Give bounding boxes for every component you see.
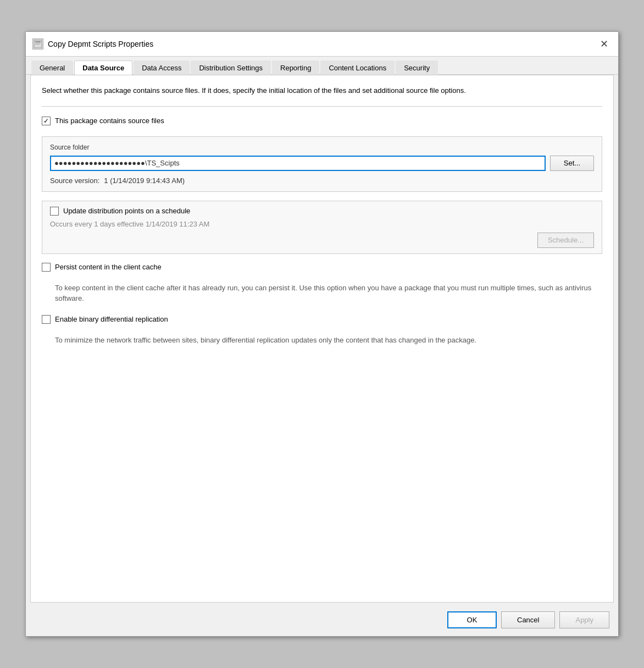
- tab-security[interactable]: Security: [396, 60, 438, 75]
- svg-rect-3: [35, 44, 40, 45]
- persist-cache-section: Persist content in the client cache To k…: [42, 263, 602, 304]
- source-folder-input[interactable]: [50, 156, 546, 171]
- dialog-title: Copy Depmt Scripts Properties: [48, 40, 153, 48]
- schedule-button-row: Schedule...: [50, 233, 594, 248]
- schedule-button[interactable]: Schedule...: [537, 233, 594, 248]
- schedule-section: Update distribution points on a schedule…: [42, 201, 602, 254]
- tab-reporting[interactable]: Reporting: [272, 60, 319, 75]
- tab-distribution-settings[interactable]: Distribution Settings: [191, 60, 271, 75]
- tabs-bar: General Data Source Data Access Distribu…: [26, 57, 618, 75]
- title-bar-left: Copy Depmt Scripts Properties: [32, 38, 153, 49]
- set-button[interactable]: Set...: [550, 156, 594, 171]
- binary-diff-checkbox[interactable]: [42, 315, 51, 324]
- source-version-row: Source version: 1 (1/14/2019 9:14:43 AM): [50, 176, 594, 185]
- close-button[interactable]: ✕: [596, 36, 612, 52]
- ok-button[interactable]: OK: [447, 611, 497, 628]
- tab-general[interactable]: General: [31, 60, 73, 75]
- source-folder-section: Source folder Set... Source version: 1 (…: [42, 136, 602, 192]
- binary-diff-section: Enable binary differential replication T…: [42, 315, 602, 346]
- tab-content-locations[interactable]: Content Locations: [320, 60, 395, 75]
- svg-rect-1: [35, 41, 41, 42]
- dialog-footer: OK Cancel Apply: [26, 607, 618, 636]
- tab-data-source[interactable]: Data Source: [74, 60, 132, 75]
- binary-diff-row: Enable binary differential replication: [42, 315, 602, 324]
- tab-data-access[interactable]: Data Access: [134, 60, 190, 75]
- title-bar: Copy Depmt Scripts Properties ✕: [26, 32, 618, 57]
- persist-cache-label: Persist content in the client cache: [55, 263, 162, 271]
- binary-diff-label: Enable binary differential replication: [55, 315, 168, 323]
- apply-button[interactable]: Apply: [559, 611, 609, 628]
- contains-source-files-label: This package contains source files: [55, 117, 164, 125]
- source-folder-label: Source folder: [50, 143, 594, 151]
- dialog-icon: [32, 38, 43, 49]
- schedule-occurs-text: Occurs every 1 days effective 1/14/2019 …: [50, 220, 594, 228]
- schedule-header: Update distribution points on a schedule: [50, 207, 594, 216]
- cancel-button[interactable]: Cancel: [501, 611, 555, 628]
- persist-cache-description: To keep content in the client cache afte…: [55, 283, 602, 304]
- source-version-value: 1 (1/14/2019 9:14:43 AM): [104, 176, 185, 185]
- source-version-label: Source version:: [50, 176, 99, 185]
- binary-diff-description: To minimize the network traffic between …: [55, 335, 602, 346]
- tab-content: Select whether this package contains sou…: [30, 75, 614, 603]
- schedule-checkbox-label: Update distribution points on a schedule: [63, 207, 190, 215]
- schedule-checkbox[interactable]: [50, 207, 59, 216]
- contains-source-files-row: This package contains source files: [42, 117, 602, 125]
- divider: [42, 106, 602, 107]
- dialog: Copy Depmt Scripts Properties ✕ General …: [25, 31, 619, 637]
- description-text: Select whether this package contains sou…: [42, 85, 602, 96]
- persist-cache-row: Persist content in the client cache: [42, 263, 602, 272]
- contains-source-files-checkbox[interactable]: [42, 117, 51, 125]
- source-folder-input-row: Set...: [50, 156, 594, 171]
- persist-cache-checkbox[interactable]: [42, 263, 51, 272]
- svg-rect-2: [35, 43, 41, 43]
